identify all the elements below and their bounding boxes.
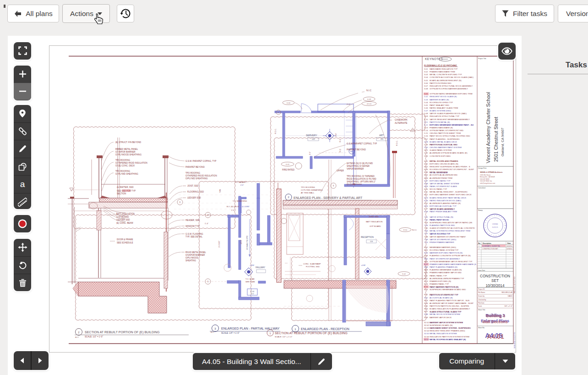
svg-text:SCALE: 1/2" = 1'-0": SCALE: 1/2" = 1'-0" bbox=[275, 336, 293, 338]
svg-text:PARTITION STOREFRONT TYP: PARTITION STOREFRONT TYP bbox=[430, 293, 458, 296]
svg-text:ALUMINUM FLASHING RATED (E): ALUMINUM FLASHING RATED (E) bbox=[430, 202, 461, 204]
svg-text:GLASS STOREFRONT ACOUSTICAL CO: GLASS STOREFRONT ACOUSTICAL CONCRETE bbox=[430, 227, 475, 229]
svg-text:GLASS STRUCTURAL GLASS TYP: GLASS STRUCTURAL GLASS TYP bbox=[430, 310, 461, 313]
svg-text:TPO ROOFING O/ TAPERED: TPO ROOFING O/ TAPERED bbox=[347, 175, 375, 177]
svg-text:8.03: 8.03 bbox=[424, 252, 428, 254]
svg-text:7.02: 7.02 bbox=[424, 219, 428, 221]
svg-text:ROOFING STOREFRONT STOREFRONT: ROOFING STOREFRONT STOREFRONT - SUSP bbox=[430, 168, 474, 171]
svg-text:10/02/14: 10/02/14 bbox=[506, 245, 512, 247]
svg-text:5.01: 5.01 bbox=[424, 93, 428, 95]
svg-text:7.03: 7.03 bbox=[424, 221, 428, 224]
svg-text:T.O. PARAPET: T.O. PARAPET bbox=[235, 182, 247, 183]
svg-text:FINISH FRAMES BARRIER: FINISH FRAMES BARRIER bbox=[430, 241, 454, 243]
svg-text:12.04: 12.04 bbox=[250, 291, 255, 292]
svg-text:6.01: 6.01 bbox=[424, 160, 428, 162]
svg-text:GYP BOARD: GYP BOARD bbox=[370, 225, 381, 227]
svg-text:O/TAPERED RIGID INSULATION: O/TAPERED RIGID INSULATION bbox=[185, 175, 217, 177]
svg-text:7.05: 7.05 bbox=[424, 227, 428, 229]
svg-text:5.23: 5.23 bbox=[424, 155, 428, 157]
svg-text:HARDWARE SHEET SYSTEM - SUSPEN: HARDWARE SHEET SYSTEM - SUSPENDED bbox=[430, 327, 471, 329]
svg-text:9.02: 9.02 bbox=[424, 297, 428, 299]
svg-text:Scale: Scale bbox=[478, 305, 482, 307]
svg-text:A4.3: A4.3 bbox=[211, 331, 214, 333]
svg-text:2: 2 bbox=[412, 130, 413, 132]
svg-text:+0.80': +0.80' bbox=[250, 265, 255, 266]
svg-text:7.07: 7.07 bbox=[424, 232, 428, 235]
svg-text:CONC. SLAB RAMP: CONC. SLAB RAMP bbox=[303, 263, 321, 265]
svg-text:VAPOR STOREFRONT (SSD): VAPOR STOREFRONT (SSD) bbox=[430, 238, 457, 241]
svg-text:3/4" = 1'-0": 3/4" = 1'-0" bbox=[504, 305, 512, 307]
svg-text:ROOFING ROOFING TYP: ROOFING ROOFING TYP bbox=[430, 101, 453, 104]
svg-text:VAPOR BOARD ASSEMBLY: VAPOR BOARD ASSEMBLY bbox=[430, 208, 455, 210]
svg-text:PARAPET BEYOND: PARAPET BEYOND bbox=[185, 166, 205, 168]
svg-text:METAL DOORS AND FRAMES: METAL DOORS AND FRAMES bbox=[430, 160, 458, 162]
svg-text:METAL MEMBRANE: METAL MEMBRANE bbox=[430, 171, 448, 173]
svg-text:6.08: 6.08 bbox=[424, 182, 428, 185]
svg-text:Oakland, CA 94607: Oakland, CA 94607 bbox=[501, 128, 505, 156]
svg-text:3.08: 3.08 bbox=[424, 88, 428, 90]
svg-text:8.16: 8.16 bbox=[424, 288, 428, 291]
svg-text:GYPSUM MEMBRANE VAPOR RESILIEN: GYPSUM MEMBRANE VAPOR RESILIENT TYP bbox=[430, 260, 472, 263]
svg-text:METAL CONCRETE EXPOSED TYP: METAL CONCRETE EXPOSED TYP bbox=[430, 73, 462, 76]
svg-text:SCALE: 1/4" = 1'-0": SCALE: 1/4" = 1'-0" bbox=[221, 332, 240, 334]
svg-text:2'-0": 2'-0" bbox=[309, 151, 311, 155]
svg-text:VAPOR METAL SHEET SYSTEM: VAPOR METAL SHEET SYSTEM bbox=[430, 182, 459, 185]
svg-text:HEADER, SSD: HEADER, SSD bbox=[185, 219, 200, 221]
svg-text:T.O. SLAB: T.O. SLAB bbox=[245, 278, 255, 280]
svg-text:124: 124 bbox=[370, 240, 373, 243]
svg-text:9.06: 9.06 bbox=[424, 308, 428, 310]
svg-text:3.03: 3.03 bbox=[424, 73, 428, 76]
svg-text:2: 2 bbox=[288, 196, 289, 199]
svg-text:VAPOR STRUCTURAL (N): VAPOR STRUCTURAL (N) bbox=[430, 216, 453, 218]
svg-text:5.18: 5.18 bbox=[424, 141, 428, 143]
svg-text:Issue Date: Issue Date bbox=[478, 270, 485, 271]
svg-text:10/30/2014: 10/30/2014 bbox=[486, 284, 505, 288]
svg-text:9.03: 9.03 bbox=[424, 299, 428, 302]
svg-text:8.02: 8.02 bbox=[424, 249, 428, 251]
svg-text:110: 110 bbox=[312, 138, 315, 140]
svg-text:6.00: 6.00 bbox=[287, 102, 291, 104]
svg-text:10-31-15: 10-31-15 bbox=[492, 226, 498, 228]
svg-text:6.03: 6.03 bbox=[424, 168, 428, 171]
svg-text:1:12: 1:12 bbox=[251, 293, 254, 295]
svg-text:EXPOSED CEILING BOARD (N): EXPOSED CEILING BOARD (N) bbox=[430, 163, 458, 165]
svg-text:Description: Description bbox=[483, 243, 491, 244]
svg-text:9.04: 9.04 bbox=[424, 302, 428, 304]
svg-text:2x RAFTER, SSD: 2x RAFTER, SSD bbox=[117, 186, 134, 188]
svg-text:CEILING PARTITION SHEET TRIM: CEILING PARTITION SHEET TRIM bbox=[430, 132, 461, 134]
svg-text:7.01: 7.01 bbox=[424, 216, 428, 218]
svg-text:SEE PLAN: SEE PLAN bbox=[245, 281, 255, 283]
svg-text:SCHEMATIC SUBMITTAL: SCHEMATIC SUBMITTAL bbox=[482, 245, 501, 247]
svg-text:SHEATHING, UPTURN MIN 2": SHEATHING, UPTURN MIN 2" bbox=[347, 181, 376, 183]
svg-text:5.13: 5.13 bbox=[424, 127, 428, 129]
svg-text:510.547.8092: 510.547.8092 bbox=[480, 178, 490, 180]
svg-text:G.S.M PARAPET COPING, TYP: G.S.M PARAPET COPING, TYP bbox=[347, 143, 377, 145]
svg-text:7.08: 7.08 bbox=[424, 236, 428, 238]
svg-text:+0.80': +0.80' bbox=[361, 265, 366, 266]
svg-text:ART: ART bbox=[379, 134, 384, 137]
svg-text:PAINT SEALANT SSD: PAINT SEALANT SSD bbox=[430, 104, 449, 106]
svg-text:G.S.M. FLASHING: G.S.M. FLASHING bbox=[185, 233, 203, 235]
svg-text:4'-6": 4'-6" bbox=[240, 184, 244, 186]
svg-text:ROOFING PANEL SYSTEM TYP: ROOFING PANEL SYSTEM TYP bbox=[430, 249, 458, 251]
svg-text:O/ CURB: O/ CURB bbox=[347, 183, 355, 186]
svg-text:8.01: 8.01 bbox=[424, 246, 428, 248]
svg-text:Vincent Academy Charter School: Vincent Academy Charter School bbox=[485, 92, 491, 163]
svg-text:8.11: 8.11 bbox=[424, 275, 428, 277]
svg-text:2'-0": 2'-0" bbox=[347, 103, 351, 105]
svg-text:O/ PLYWD SHEATHING: O/ PLYWD SHEATHING bbox=[301, 189, 323, 191]
svg-text:PAINT BARRIER PARTITION (E): PAINT BARRIER PARTITION (E) bbox=[430, 286, 459, 288]
svg-text:WINDOW TYP: WINDOW TYP bbox=[185, 225, 199, 227]
svg-text:E.Q: E.Q bbox=[339, 139, 341, 142]
svg-text:8.07: 8.07 bbox=[424, 263, 428, 265]
svg-text:EXPOSED RATED TYP: EXPOSED RATED TYP bbox=[430, 180, 451, 182]
svg-text:ENLARGED PLAN - RECEPTION: ENLARGED PLAN - RECEPTION bbox=[301, 327, 349, 331]
svg-text:SUSPENDED BOARD (N): SUSPENDED BOARD (N) bbox=[430, 324, 453, 326]
svg-text:8.12: 8.12 bbox=[424, 277, 428, 280]
svg-text:(E) CONC. BEAM: (E) CONC. BEAM bbox=[116, 222, 133, 224]
svg-text:1/2 MAX SLOPE: 1/2 MAX SLOPE bbox=[246, 236, 248, 250]
svg-text:Stamp: Stamp bbox=[478, 210, 483, 211]
svg-text:M10: M10 bbox=[350, 151, 353, 153]
svg-text:METAL INSULATION SYSTEM: METAL INSULATION SYSTEM bbox=[430, 332, 457, 335]
svg-text:O/ (E) CONC. DECK: O/ (E) CONC. DECK bbox=[115, 165, 135, 167]
